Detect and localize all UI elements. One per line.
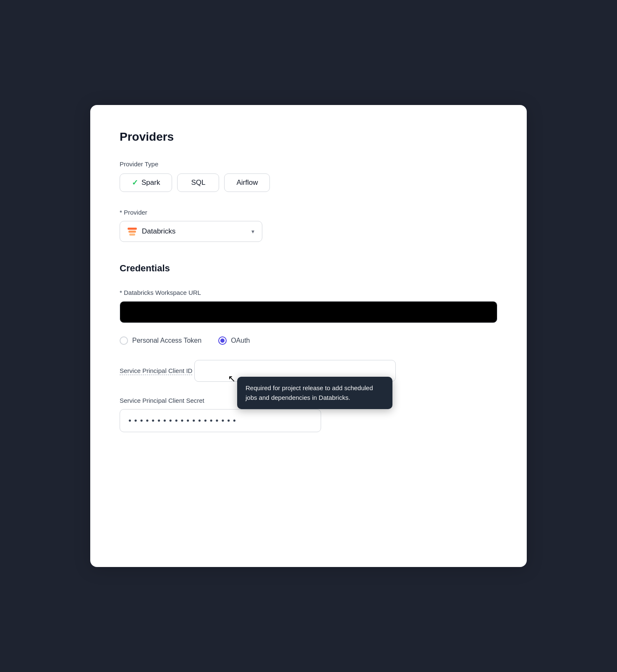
credentials-title: Credentials [120, 263, 497, 274]
airflow-button[interactable]: Airflow [224, 173, 270, 192]
databricks-layer2 [128, 231, 136, 233]
pat-radio-label: Personal Access Token [132, 337, 201, 344]
page-title: Providers [120, 130, 497, 144]
providers-card: Providers Provider Type ✓ Spark SQL Airf… [90, 105, 527, 567]
cursor-icon: ↖ [228, 373, 235, 384]
provider-section: * Provider Databricks ▾ [120, 209, 497, 242]
oauth-radio-label: OAuth [231, 337, 250, 344]
spark-button[interactable]: ✓ Spark [120, 173, 172, 192]
client-secret-input[interactable] [120, 409, 321, 432]
provider-type-section: Provider Type ✓ Spark SQL Airflow [120, 160, 497, 192]
databricks-layer3 [129, 234, 135, 236]
client-id-label: Service Principal Client ID [120, 367, 192, 375]
provider-dropdown-left: Databricks [128, 227, 175, 236]
spark-label: Spark [141, 178, 160, 187]
airflow-label: Airflow [236, 178, 258, 187]
pat-radio-option[interactable]: Personal Access Token [120, 336, 201, 345]
auth-radio-group: Personal Access Token OAuth [120, 336, 497, 345]
databricks-icon [128, 228, 137, 236]
databricks-layer1 [128, 228, 137, 230]
workspace-url-input[interactable] [120, 301, 497, 323]
sql-button[interactable]: SQL [177, 173, 219, 192]
provider-field-label: * Provider [120, 209, 497, 216]
pat-radio-circle[interactable] [120, 336, 128, 345]
type-buttons-group: ✓ Spark SQL Airflow [120, 173, 497, 192]
oauth-radio-circle[interactable] [218, 336, 227, 345]
sql-label: SQL [191, 178, 205, 187]
check-icon: ✓ [132, 178, 138, 187]
credentials-section: Credentials * Databricks Workspace URL P… [120, 263, 497, 432]
provider-selected-value: Databricks [142, 227, 175, 236]
client-id-section: Service Principal Client ID ↖ Required f… [120, 360, 497, 382]
workspace-url-section: * Databricks Workspace URL [120, 289, 497, 323]
tooltip-text: Required for project release to add sche… [246, 384, 373, 401]
provider-type-label: Provider Type [120, 160, 497, 168]
chevron-down-icon: ▾ [251, 228, 254, 235]
workspace-url-label: * Databricks Workspace URL [120, 289, 497, 296]
tooltip: Required for project release to add sche… [237, 377, 392, 409]
tooltip-container: ↖ Required for project release to add sc… [237, 377, 392, 409]
provider-dropdown[interactable]: Databricks ▾ [120, 221, 262, 242]
oauth-radio-option[interactable]: OAuth [218, 336, 250, 345]
